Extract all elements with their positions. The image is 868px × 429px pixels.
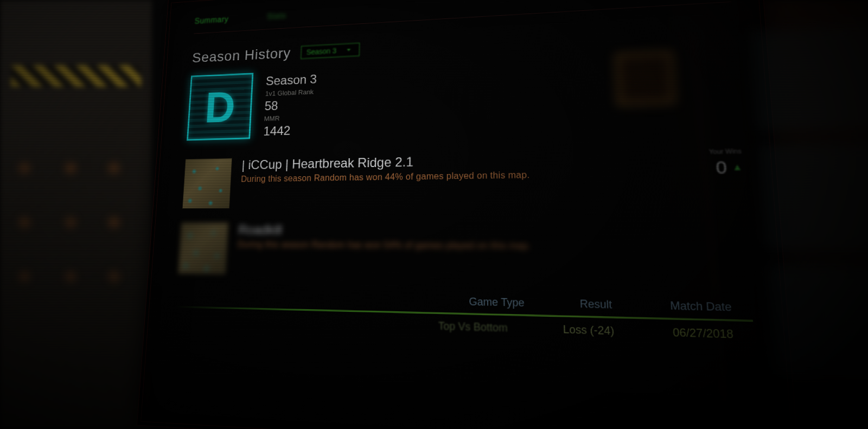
rank-letter: D [203,81,237,132]
right-side-cards [752,24,868,356]
map-name: Roadkill [238,222,748,239]
map-thumbnail [182,158,232,209]
mmr-value: 1442 [263,123,315,139]
trend-up-icon: ▲ [732,162,743,172]
hazard-stripe [11,65,141,87]
map-winrate-desc: During this season Random has won 54% of… [237,240,748,253]
section-title: Season History [192,45,291,66]
cell-game-type: Top Vs Bottom [438,320,508,335]
map-entry[interactable]: | iCCup | Heartbreak Ridge 2.1 During th… [182,148,745,209]
rank-stats: Season 3 1v1 Global Rank 58 MMR 1442 [263,70,317,139]
global-rank-value: 58 [264,97,316,113]
map-thumbnail [178,222,229,274]
rank-tile: D [187,73,253,140]
secondary-rank-tile [575,37,741,146]
tab-item-2[interactable]: Stats [267,11,286,21]
chevron-down-icon: ▼ [346,48,352,52]
col-match-date: Match Date [670,299,732,314]
season-select-label: Season 3 [306,47,336,56]
cell-result: Loss (-24) [563,323,614,338]
col-game-type: Game Type [469,296,524,309]
season-label: Season 3 [265,72,317,88]
your-wins-label: Your Wins [709,148,742,155]
global-rank-label: 1v1 Global Rank [265,88,317,98]
cell-match-date: 06/27/2018 [673,326,734,341]
tab-item-3[interactable] [326,9,327,17]
side-light-dots [5,136,136,407]
col-result: Result [579,298,612,311]
your-wins-value: 0 [715,157,727,178]
map-entry[interactable]: Roadkill During this season Random has w… [178,222,750,282]
mmr-label: MMR [264,113,315,123]
season-select[interactable]: Season 3 ▼ [301,43,360,59]
profile-panel: Summary Stats Season History Season 3 ▼ … [137,0,799,429]
tab-summary[interactable]: Summary [194,15,228,25]
tab-bar: Summary Stats [194,0,731,25]
